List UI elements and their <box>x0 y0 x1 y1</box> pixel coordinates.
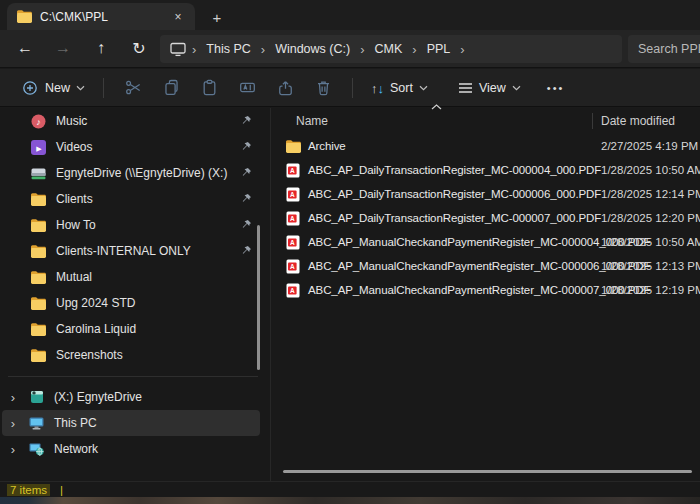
cut-icon[interactable] <box>114 73 152 103</box>
command-toolbar: New ↑↓ Sort <box>0 69 700 107</box>
chevron-right-icon: › <box>354 42 370 57</box>
file-row[interactable]: A ABC_AP_DailyTransactionRegister_MC-000… <box>271 206 700 230</box>
breadcrumb-windows-c[interactable]: Windows (C:) <box>271 42 354 56</box>
sort-ascending-icon <box>431 104 442 110</box>
pin-icon[interactable] <box>241 167 252 178</box>
sidebar-item-label: How To <box>56 218 96 232</box>
sidebar-item-mutual[interactable]: Mutual <box>2 264 260 290</box>
new-button[interactable]: New <box>14 76 93 100</box>
tab-strip: C:\CMK\PPL × + <box>0 0 700 30</box>
delete-icon[interactable] <box>304 73 342 103</box>
svg-text:A: A <box>290 214 295 221</box>
navigation-sidebar: ♪ Music ▶ Videos EgnyteDrive (\\EgnyteDr… <box>0 108 270 481</box>
content-area: ♪ Music ▶ Videos EgnyteDrive (\\EgnyteDr… <box>0 108 700 481</box>
toolbar-divider <box>352 78 353 98</box>
svg-text:A: A <box>290 286 295 293</box>
refresh-icon[interactable]: ↻ <box>120 33 158 63</box>
file-row[interactable]: Archive 2/27/2025 4:19 PM <box>271 134 700 158</box>
sidebar-item-label: Upg 2024 STD <box>56 296 135 310</box>
folder-icon <box>30 245 47 258</box>
pin-icon[interactable] <box>241 193 252 204</box>
share-icon[interactable] <box>266 73 304 103</box>
explorer-tab[interactable]: C:\CMK\PPL × <box>7 3 195 30</box>
breadcrumb-cmk[interactable]: CMK <box>371 42 407 56</box>
folder-icon <box>17 10 32 23</box>
chevron-right-icon[interactable]: › <box>4 390 22 405</box>
file-list-pane: Name Date modified Archive 2/27/2025 4:1… <box>271 108 700 481</box>
paste-icon[interactable] <box>190 73 228 103</box>
up-icon[interactable]: ↑ <box>82 33 120 63</box>
view-button-label: View <box>479 81 506 95</box>
sidebar-item-this-pc[interactable]: › This PC <box>2 410 260 436</box>
view-button[interactable]: View <box>450 77 529 99</box>
file-row[interactable]: A ABC_AP_DailyTransactionRegister_MC-000… <box>271 158 700 182</box>
file-date-modified: 1/28/2025 10:50 AM <box>601 164 700 176</box>
close-tab-icon[interactable]: × <box>169 8 187 26</box>
chevron-down-icon <box>419 85 428 91</box>
sidebar-separator <box>8 376 258 377</box>
videos-icon: ▶ <box>30 140 47 155</box>
sidebar-item-egnytedrive-unc[interactable]: EgnyteDrive (\\EgnyteDrive) (X:) <box>2 160 260 186</box>
pin-icon[interactable] <box>241 115 252 126</box>
status-bar: 7 items | <box>0 481 700 497</box>
sidebar-scrollbar[interactable] <box>257 225 260 370</box>
breadcrumb[interactable]: › This PC › Windows (C:) › CMK › PPL › <box>160 35 622 63</box>
forward-icon[interactable]: → <box>44 33 82 63</box>
chevron-right-icon: › <box>406 42 422 57</box>
sidebar-item-label: EgnyteDrive (\\EgnyteDrive) (X:) <box>56 166 227 180</box>
chevron-right-icon[interactable]: › <box>4 442 22 457</box>
pin-icon[interactable] <box>241 219 252 230</box>
sidebar-item-videos[interactable]: ▶ Videos <box>2 134 260 160</box>
sidebar-item-upg-2024-std[interactable]: Upg 2024 STD <box>2 290 260 316</box>
column-divider[interactable] <box>592 113 593 129</box>
file-name: ABC_AP_ManualCheckandPaymentRegister_MC-… <box>308 284 650 296</box>
back-icon[interactable]: ← <box>6 33 44 63</box>
folder-icon <box>285 140 301 153</box>
status-divider: | <box>60 484 63 496</box>
file-name: Archive <box>308 140 346 152</box>
sidebar-item-clients-internal-only[interactable]: Clients-INTERNAL ONLY <box>2 238 260 264</box>
pdf-icon: A <box>285 187 301 202</box>
sidebar-item-x-egnytedrive[interactable]: › (X:) EgnyteDrive <box>2 384 260 410</box>
sidebar-item-clients[interactable]: Clients <box>2 186 260 212</box>
rename-icon[interactable] <box>228 73 266 103</box>
column-header-name[interactable]: Name <box>271 114 328 128</box>
pdf-icon: A <box>285 259 301 274</box>
pin-icon[interactable] <box>241 141 252 152</box>
sidebar-item-screenshots[interactable]: Screenshots <box>2 342 260 368</box>
column-header-date-modified[interactable]: Date modified <box>601 114 675 128</box>
pdf-icon: A <box>285 235 301 250</box>
sidebar-item-carolina-liquid[interactable]: Carolina Liquid <box>2 316 260 342</box>
file-date-modified: 1/28/2025 12:19 PM <box>601 284 700 296</box>
file-date-modified: 2/27/2025 4:19 PM <box>601 140 698 152</box>
file-row[interactable]: A ABC_AP_DailyTransactionRegister_MC-000… <box>271 182 700 206</box>
chevron-right-icon[interactable]: › <box>4 416 22 431</box>
file-explorer-window: C:\CMK\PPL × + ← → ↑ ↻ › This PC › Windo… <box>0 0 700 504</box>
sidebar-item-label: (X:) EgnyteDrive <box>54 390 142 404</box>
sidebar-item-label: Music <box>56 114 87 128</box>
copy-icon[interactable] <box>152 73 190 103</box>
breadcrumb-ppl[interactable]: PPL <box>423 42 455 56</box>
sidebar-item-how-to[interactable]: How To <box>2 212 260 238</box>
sort-button[interactable]: ↑↓ Sort <box>363 75 436 101</box>
new-tab-button[interactable]: + <box>205 6 229 28</box>
chevron-right-icon: › <box>186 42 202 57</box>
pdf-icon: A <box>285 283 301 298</box>
more-options-icon[interactable]: ••• <box>547 82 565 94</box>
breadcrumb-this-pc[interactable]: This PC <box>202 42 254 56</box>
music-icon: ♪ <box>30 114 47 129</box>
sidebar-item-network[interactable]: › Network <box>2 436 260 462</box>
pin-icon[interactable] <box>241 245 252 256</box>
folder-icon <box>30 219 47 232</box>
sidebar-item-music[interactable]: ♪ Music <box>2 108 260 134</box>
file-row[interactable]: A ABC_AP_ManualCheckandPaymentRegister_M… <box>271 230 700 254</box>
horizontal-scrollbar[interactable] <box>283 470 692 473</box>
file-row[interactable]: A ABC_AP_ManualCheckandPaymentRegister_M… <box>271 254 700 278</box>
search-input[interactable]: Search PPL <box>628 35 700 63</box>
view-icon <box>458 82 473 94</box>
sort-button-label: Sort <box>390 81 413 95</box>
file-name: ABC_AP_ManualCheckandPaymentRegister_MC-… <box>308 236 650 248</box>
file-date-modified: 1/28/2025 12:14 PM <box>601 188 700 200</box>
network-drive-icon <box>30 167 47 180</box>
file-row[interactable]: A ABC_AP_ManualCheckandPaymentRegister_M… <box>271 278 700 302</box>
